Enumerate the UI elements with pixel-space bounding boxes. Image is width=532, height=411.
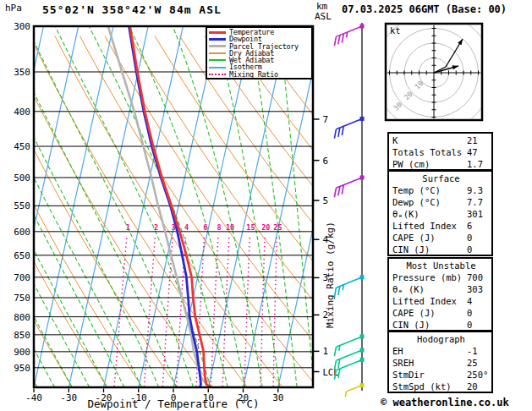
- wind-barb-feather: [342, 126, 343, 135]
- isotherm-line: [244, 26, 323, 387]
- row-value: 21: [467, 134, 478, 146]
- wind-barb-feather: [338, 286, 340, 295]
- wind-barb-level-marker: [360, 25, 365, 29]
- isotherm-line-sample: [209, 67, 226, 68]
- wind-barb-level-marker: [360, 117, 365, 121]
- isotherm-line: [313, 26, 392, 387]
- mixing-ratio-line: [144, 236, 155, 387]
- parcel-line-sample: [209, 45, 226, 47]
- pressure-tick-label: 800: [14, 312, 30, 323]
- isotherm-line: [34, 26, 113, 387]
- table-row: Pressure (mb)700: [392, 271, 490, 283]
- table-row: Totals Totals47: [392, 146, 490, 158]
- datetime-label: 07.03.2025 06GMT (Base: 00): [342, 3, 507, 15]
- wind-barb: [334, 334, 364, 356]
- row-label: StmSpd (kt): [392, 381, 467, 392]
- pressure-tick-label: 450: [14, 141, 30, 152]
- mixing-ratio-value-label: 20: [261, 223, 270, 232]
- km-tick-label: 1: [323, 346, 329, 357]
- wind-barb-shaft: [336, 26, 362, 36]
- table-row: Dewp (°C)7.7: [392, 196, 490, 208]
- wind-barb-feather: [338, 36, 340, 45]
- wind-barb: [345, 383, 364, 397]
- table-row: Lifted Index4: [392, 295, 490, 307]
- table-row: StmDir250°: [392, 369, 490, 381]
- km-tick-label: 7: [323, 114, 329, 125]
- row-value: 303: [467, 283, 483, 295]
- isotherm-line: [278, 26, 358, 387]
- mixing-ratio-value-label: 15: [246, 223, 255, 232]
- row-label: PW (cm): [392, 158, 467, 170]
- pressure-tick-label: 850: [14, 330, 30, 341]
- wind-barb-feather: [338, 359, 340, 368]
- row-value: 0: [467, 307, 472, 319]
- wet-adiabat-line: [0, 26, 72, 387]
- wind-barb-feather: [342, 34, 343, 43]
- dewpoint-line-sample: [209, 38, 226, 41]
- mixing-ratio-value-label: 25: [273, 223, 282, 232]
- row-label: SREH: [392, 357, 467, 369]
- row-label: Totals Totals: [392, 146, 467, 158]
- wind-barb-shaft: [336, 178, 362, 188]
- wind-barb-level-marker: [360, 275, 365, 279]
- table-row: PW (cm)1.7: [392, 158, 490, 170]
- table-row: EH-1: [392, 345, 490, 357]
- row-label: CIN (J): [392, 244, 467, 255]
- temp-tick-label: -40: [25, 392, 42, 403]
- isotherm-line: [0, 26, 79, 387]
- wet-adiabat-line: [173, 26, 262, 387]
- mixing-ratio-value-label: 2: [154, 223, 158, 232]
- pressure-tick-label: 650: [14, 250, 30, 261]
- skewt-sounding-app: 1234681015202530035040045050055060065070…: [0, 0, 532, 411]
- wind-barb-level-marker: [360, 348, 365, 352]
- row-value: 25: [467, 357, 478, 369]
- mixing-ratio-value-label: 6: [203, 223, 207, 232]
- row-label: Lifted Index: [392, 295, 467, 307]
- table-title: Most Unstable: [392, 260, 490, 271]
- row-value: 0: [467, 232, 472, 244]
- table-row: CAPE (J)0: [392, 232, 490, 244]
- pressure-tick-label: 500: [14, 173, 30, 184]
- mixing-ratio-value-label: 4: [184, 223, 189, 232]
- table-row: CIN (J)0: [392, 319, 490, 331]
- wind-barb-level-marker: [360, 175, 365, 179]
- row-value: 4: [467, 295, 472, 307]
- mixing-ratio-line-sample: [209, 74, 226, 75]
- pressure-tick-label: 400: [14, 107, 30, 118]
- table-title: Surface: [392, 173, 490, 184]
- wind-barb-feather: [338, 187, 340, 196]
- isotherm-line: [0, 26, 8, 387]
- table-row: K21: [392, 134, 490, 146]
- pressure-tick-label: 900: [14, 347, 30, 358]
- wet-adiabat-line: [214, 26, 279, 387]
- temperature-axis-label: Dewpoint / Temperature (°C): [47, 397, 300, 410]
- mixing-ratio-line: [211, 236, 218, 387]
- mixing-ratio-value-label: 1: [126, 223, 130, 232]
- row-value: 6: [467, 220, 472, 232]
- pressure-tick-label: 700: [14, 272, 30, 283]
- indices-table: K21 Totals Totals47 PW (cm)1.7: [387, 132, 493, 171]
- row-value: 0: [467, 319, 472, 331]
- pressure-tick-label: 600: [14, 227, 30, 238]
- row-value: 47: [467, 146, 478, 158]
- pressure-tick-label: 750: [14, 293, 30, 304]
- temperature-line-sample: [209, 31, 226, 34]
- table-row: CIN (J)0: [392, 244, 490, 255]
- hodograph-table: Hodograph EH-1 SREH25 StmDir250° StmSpd …: [387, 331, 493, 393]
- row-label: Pressure (mb): [392, 271, 467, 283]
- wet-adiabat-line: [279, 26, 314, 387]
- wind-barb-level-marker: [360, 383, 365, 387]
- wind-barb-shaft: [336, 277, 362, 288]
- page-title: 55°02'N 358°42'W 84m ASL: [42, 3, 222, 16]
- table-row: θₑ (K)303: [392, 283, 490, 295]
- wind-barb-feather: [338, 128, 340, 137]
- wind-barb: [334, 25, 364, 47]
- row-value: 250°: [467, 369, 488, 381]
- km-tick-label: 6: [323, 156, 329, 167]
- table-title: Hodograph: [392, 333, 490, 345]
- row-value: 1.7: [467, 158, 483, 170]
- row-label: Dewp (°C): [392, 196, 467, 208]
- wind-barb-shaft: [336, 337, 362, 347]
- wind-barb-shaft: [336, 118, 362, 129]
- wind-barb-feather: [334, 36, 336, 46]
